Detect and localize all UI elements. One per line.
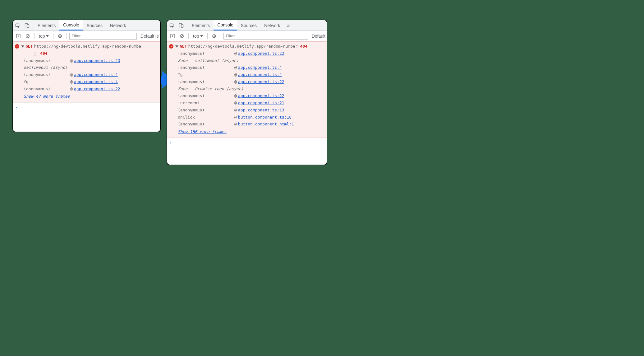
inspect-icon[interactable] bbox=[13, 20, 22, 30]
frame-function: (anonymous) bbox=[178, 64, 234, 71]
frame-function: (anonymous) bbox=[178, 50, 234, 57]
stack-frame: setTimeout (async) bbox=[24, 64, 158, 71]
tab-network[interactable]: Network bbox=[106, 20, 130, 30]
prompt-caret-icon: › bbox=[169, 140, 172, 145]
source-link[interactable]: button.component.ts:18 bbox=[238, 115, 292, 119]
at-symbol: @ bbox=[234, 115, 237, 119]
context-label: top bbox=[193, 34, 199, 39]
separator bbox=[33, 22, 33, 29]
tab-sources[interactable]: Sources bbox=[237, 20, 260, 30]
stack-frame: increment@app.component.ts:21 bbox=[178, 100, 325, 107]
live-expression-icon[interactable] bbox=[210, 32, 218, 40]
inspect-icon[interactable] bbox=[167, 20, 177, 30]
frame-location: @app.component.ts:4 bbox=[234, 71, 282, 78]
async-boundary: setTimeout (async) bbox=[24, 64, 158, 71]
sidebar-toggle-icon[interactable] bbox=[14, 32, 22, 40]
sidebar-toggle-icon[interactable] bbox=[168, 32, 177, 40]
source-link[interactable]: app.component.ts:4 bbox=[238, 65, 282, 70]
stack-frame: (anonymous)@app.component.ts:22 bbox=[178, 92, 325, 100]
source-link[interactable]: app.component.ts:22 bbox=[238, 79, 284, 84]
frame-location: @app.component.ts:23 bbox=[70, 57, 120, 64]
frame-function: (anonymous) bbox=[24, 86, 70, 93]
request-method: GET bbox=[180, 43, 187, 50]
tab-console[interactable]: Console bbox=[59, 20, 83, 30]
tab-bar: Elements Console Sources Network bbox=[13, 20, 160, 31]
at-symbol: @ bbox=[70, 79, 73, 84]
source-link[interactable]: app.component.ts:22 bbox=[238, 93, 284, 98]
expand-toggle-icon[interactable] bbox=[175, 45, 178, 48]
at-symbol: @ bbox=[70, 72, 73, 77]
error-message: ✕ GET https://ng-devtools.netlify.app/ra… bbox=[167, 41, 327, 138]
tab-elements[interactable]: Elements bbox=[188, 20, 214, 30]
stack-frame: Yg@app.component.ts:4 bbox=[178, 71, 325, 78]
request-method: GET bbox=[25, 43, 33, 50]
live-expression-icon[interactable] bbox=[56, 32, 64, 40]
show-more-frames-link[interactable]: Show 156 more frames bbox=[178, 129, 227, 136]
svg-marker-8 bbox=[46, 35, 49, 37]
devtools-panel-before: Elements Console Sources Network top Def… bbox=[12, 20, 161, 132]
source-link[interactable]: app.component.ts:13 bbox=[238, 108, 284, 112]
source-link[interactable]: app.component.ts:4 bbox=[74, 72, 118, 77]
at-symbol: @ bbox=[70, 87, 73, 91]
expand-toggle-icon[interactable] bbox=[21, 45, 24, 48]
context-selector[interactable]: top bbox=[191, 34, 205, 39]
frame-function: onClick bbox=[178, 114, 234, 121]
request-url[interactable]: https://ng-devtools.netlify.app/random-n… bbox=[188, 43, 297, 50]
frame-location: @button.component.html:1 bbox=[234, 121, 294, 128]
source-link[interactable]: app.component.ts:22 bbox=[74, 87, 120, 91]
clear-console-icon[interactable] bbox=[178, 32, 186, 40]
svg-marker-18 bbox=[200, 35, 203, 37]
stack-frame: (anonymous)@app.component.ts:23 bbox=[178, 50, 325, 57]
device-toggle-icon[interactable] bbox=[177, 20, 186, 30]
tab-sources[interactable]: Sources bbox=[83, 20, 106, 30]
svg-rect-3 bbox=[27, 25, 29, 27]
filter-input[interactable] bbox=[69, 33, 136, 40]
error-icon: ✕ bbox=[15, 44, 19, 49]
at-symbol: @ bbox=[234, 101, 237, 105]
frame-location: @app.component.ts:22 bbox=[70, 86, 120, 93]
prompt-caret-icon: › bbox=[15, 105, 17, 110]
async-boundary: Zone — setTimeout (async) bbox=[178, 57, 325, 64]
stack-frame: Zone — setTimeout (async) bbox=[178, 57, 325, 64]
svg-point-20 bbox=[214, 35, 215, 37]
stack-frame: (anonymous)@app.component.ts:4 bbox=[178, 64, 325, 71]
stack-frame: (anonymous)@app.component.ts:23 bbox=[24, 57, 158, 64]
stack-frame: Zone — Promise.then (async) bbox=[178, 86, 325, 93]
frame-location: @app.component.ts:4 bbox=[70, 71, 118, 78]
source-link[interactable]: button.component.html:1 bbox=[238, 122, 294, 126]
source-link[interactable]: app.component.ts:21 bbox=[238, 101, 284, 105]
frame-location: @app.component.ts:4 bbox=[70, 78, 118, 86]
console-prompt[interactable]: › bbox=[13, 102, 160, 112]
svg-point-10 bbox=[59, 35, 61, 37]
at-symbol: @ bbox=[234, 51, 237, 56]
at-symbol: @ bbox=[234, 122, 237, 126]
clear-console-icon[interactable] bbox=[24, 32, 32, 40]
source-link[interactable]: app.component.ts:23 bbox=[74, 58, 120, 63]
filter-input[interactable] bbox=[223, 33, 308, 40]
context-selector[interactable]: top bbox=[37, 34, 51, 39]
source-link[interactable]: app.component.ts:23 bbox=[238, 51, 284, 56]
log-levels-selector[interactable]: Default bbox=[309, 34, 325, 39]
tab-elements[interactable]: Elements bbox=[34, 20, 59, 30]
frame-function: (anonymous) bbox=[178, 92, 234, 100]
stack-frame: (anonymous)@button.component.html:1 bbox=[178, 121, 325, 128]
request-url-cont[interactable]: r bbox=[34, 51, 36, 56]
frame-function: (anonymous) bbox=[178, 78, 234, 86]
tab-network[interactable]: Network bbox=[260, 20, 284, 30]
console-prompt[interactable]: › bbox=[167, 138, 327, 148]
frame-location: @app.component.ts:22 bbox=[234, 78, 284, 86]
request-url[interactable]: https://ng-devtools.netlify.app/random-n… bbox=[34, 44, 141, 49]
source-link[interactable]: app.component.ts:4 bbox=[238, 72, 282, 77]
frame-location: @app.component.ts:4 bbox=[234, 64, 282, 71]
frame-function: (anonymous) bbox=[178, 121, 234, 128]
error-icon: ✕ bbox=[169, 44, 173, 49]
more-tabs-button[interactable]: » bbox=[284, 20, 293, 30]
context-label: top bbox=[39, 34, 45, 39]
source-link[interactable]: app.component.ts:4 bbox=[74, 79, 118, 84]
log-levels-selector[interactable]: Default le bbox=[138, 34, 159, 39]
device-toggle-icon[interactable] bbox=[22, 20, 32, 30]
separator bbox=[221, 33, 221, 39]
show-more-frames-link[interactable]: Show 47 more frames bbox=[24, 93, 70, 100]
stack-trace: (anonymous)@app.component.ts:23setTimeou… bbox=[24, 57, 158, 93]
tab-console[interactable]: Console bbox=[214, 20, 237, 30]
